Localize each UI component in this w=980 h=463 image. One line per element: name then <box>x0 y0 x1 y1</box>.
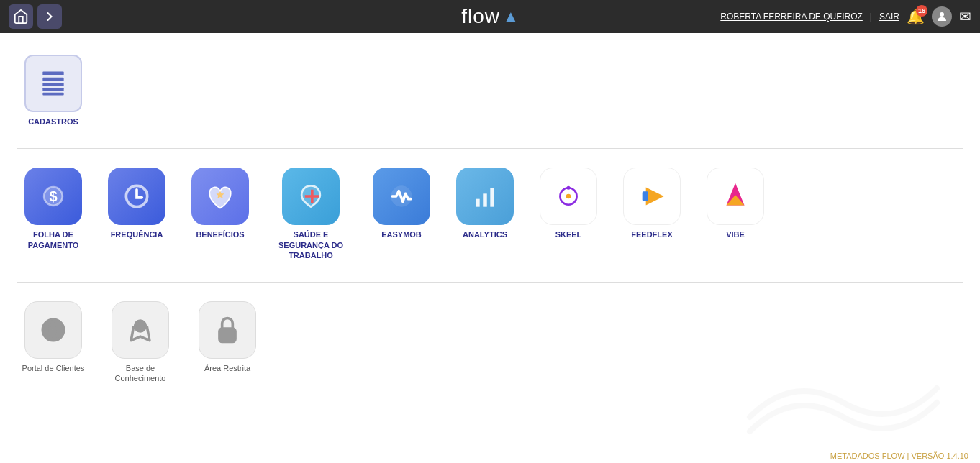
vibe-label: VIBE <box>726 229 745 239</box>
saude-label: SAÚDE E SEGURANÇA DO TRABALHO <box>268 229 354 260</box>
vibe-icon <box>707 168 764 225</box>
cadastros-grid: CADASTROS <box>17 47 963 141</box>
analytics-label: ANALYTICS <box>463 229 507 239</box>
user-avatar[interactable] <box>932 6 952 27</box>
section-bottom-apps: Portal de Clientes Base de Conhecimento <box>17 294 963 398</box>
saude-icon <box>282 168 340 225</box>
bell-badge: 16 <box>916 5 927 17</box>
svg-point-17 <box>567 186 571 190</box>
analytics-icon <box>456 168 514 225</box>
folha-label: FOLHA DE PAGAMENTO <box>17 229 89 250</box>
folha-icon: $ <box>24 168 82 225</box>
app-header: flow ▲ ROBERTA FERREIRA DE QUEIROZ | SAI… <box>0 0 980 33</box>
feedflex-icon <box>623 168 681 225</box>
svg-text:$: $ <box>49 189 57 205</box>
area-label: Área Restrita <box>204 363 250 373</box>
beneficios-label: BENEFÍCIOS <box>196 229 244 239</box>
svg-point-16 <box>566 194 571 199</box>
app-item-portal[interactable]: Portal de Clientes <box>17 301 89 384</box>
header-logo: flow ▲ <box>461 5 519 28</box>
divider-2 <box>17 282 963 283</box>
svg-rect-1 <box>42 72 63 76</box>
cadastros-icon <box>24 55 82 112</box>
app-item-beneficios[interactable]: BENEFÍCIOS <box>184 168 256 260</box>
svg-rect-11 <box>476 199 480 207</box>
svg-point-0 <box>940 12 944 17</box>
skeel-icon <box>540 168 597 225</box>
app-item-base[interactable]: Base de Conhecimento <box>101 301 180 384</box>
section-main-apps: $ FOLHA DE PAGAMENTO FREQUÊNCIA <box>17 160 963 275</box>
base-icon <box>112 301 169 359</box>
logo-icon: ▲ <box>503 7 519 26</box>
app-item-feedflex[interactable]: FEEDFLEX <box>616 168 688 260</box>
feedflex-label: FEEDFLEX <box>631 229 672 239</box>
beneficios-icon <box>191 168 249 225</box>
svg-rect-4 <box>42 88 63 91</box>
portal-label: Portal de Clientes <box>22 363 85 373</box>
svg-rect-13 <box>490 188 494 207</box>
easymob-icon <box>373 168 430 225</box>
app-item-cadastros[interactable]: CADASTROS <box>17 55 89 127</box>
home-button[interactable] <box>9 4 33 29</box>
portal-icon <box>24 301 82 359</box>
arrow-button[interactable] <box>37 4 62 29</box>
separator: | <box>870 12 872 22</box>
mail-icon[interactable]: ✉ <box>959 8 971 25</box>
svg-rect-12 <box>483 194 487 207</box>
app-item-vibe[interactable]: VIBE <box>699 168 771 260</box>
app-item-saude[interactable]: SAÚDE E SEGURANÇA DO TRABALHO <box>268 168 354 260</box>
app-item-area[interactable]: Área Restrita <box>191 301 263 384</box>
skeel-label: SKEEL <box>555 229 582 239</box>
section-cadastros: CADASTROS <box>17 47 963 141</box>
header-right: ROBERTA FERREIRA DE QUEIROZ | SAIR 🔔 16 … <box>720 6 971 27</box>
footer-text: METADADOS FLOW | VERSÃO 1.4.10 <box>830 451 968 460</box>
area-icon <box>199 301 256 359</box>
app-item-skeel[interactable]: SKEEL <box>532 168 604 260</box>
notifications-bell[interactable]: 🔔 16 <box>907 8 925 25</box>
frequencia-icon <box>108 168 165 225</box>
svg-rect-3 <box>42 83 63 86</box>
frequencia-label: FREQUÊNCIA <box>111 229 163 239</box>
divider-1 <box>17 148 963 149</box>
sair-link[interactable]: SAIR <box>879 12 899 22</box>
app-item-frequencia[interactable]: FREQUÊNCIA <box>101 168 173 260</box>
svg-point-27 <box>135 321 146 331</box>
svg-point-29 <box>225 334 230 338</box>
easymob-label: EASYMOB <box>381 229 422 239</box>
user-name[interactable]: ROBERTA FERREIRA DE QUEIROZ <box>720 12 863 22</box>
footer: METADADOS FLOW | VERSÃO 1.4.10 <box>819 449 980 463</box>
app-item-analytics[interactable]: ANALYTICS <box>449 168 521 260</box>
svg-rect-20 <box>643 192 648 201</box>
main-content: CADASTROS $ FOLHA DE PAGAMENTO <box>0 33 980 463</box>
main-apps-grid: $ FOLHA DE PAGAMENTO FREQUÊNCIA <box>17 160 963 275</box>
logo-text: flow <box>461 5 500 28</box>
app-item-easymob[interactable]: EASYMOB <box>366 168 437 260</box>
header-left <box>9 4 62 29</box>
svg-rect-5 <box>42 93 63 96</box>
svg-rect-2 <box>42 78 63 81</box>
app-item-folha[interactable]: $ FOLHA DE PAGAMENTO <box>17 168 89 260</box>
bottom-apps-grid: Portal de Clientes Base de Conhecimento <box>17 294 963 398</box>
cadastros-label: CADASTROS <box>28 116 78 127</box>
base-label: Base de Conhecimento <box>101 363 180 384</box>
